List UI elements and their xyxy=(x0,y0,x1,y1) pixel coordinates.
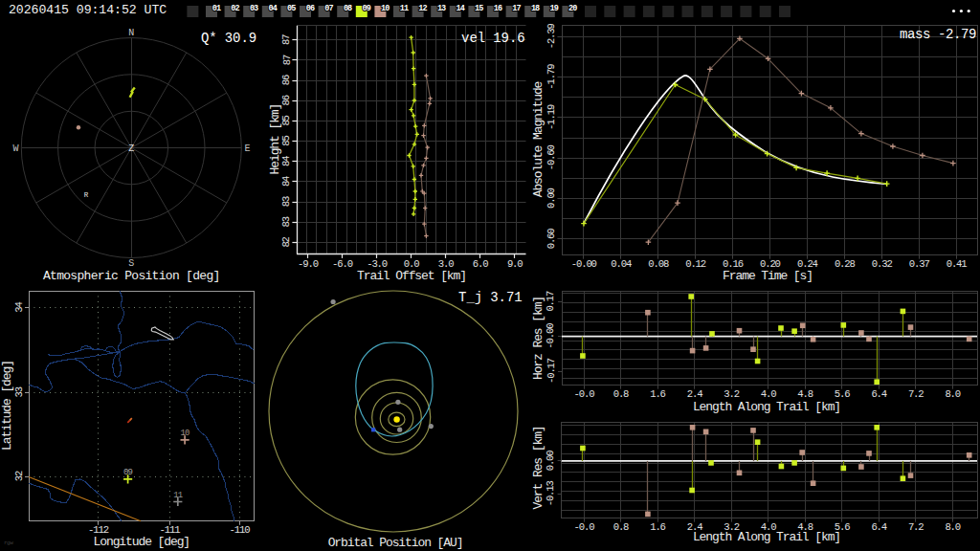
svg-text:-0.0: -0.0 xyxy=(574,388,595,400)
svg-text:6.0: 6.0 xyxy=(473,258,488,270)
svg-text:-6.0: -6.0 xyxy=(332,258,353,270)
svg-text:-0.60: -0.60 xyxy=(546,144,558,170)
svg-text:0.04: 0.04 xyxy=(611,258,632,270)
svg-text:19: 19 xyxy=(549,4,558,13)
svg-text:7.2: 7.2 xyxy=(908,521,924,533)
svg-text:84: 84 xyxy=(281,156,293,166)
svg-text:-0.00: -0.00 xyxy=(571,258,597,270)
svg-text:3.0: 3.0 xyxy=(438,258,454,270)
svg-text:W: W xyxy=(12,143,18,154)
svg-text:09: 09 xyxy=(362,4,370,13)
svg-text:0.8: 0.8 xyxy=(613,521,629,533)
svg-text:0.60: 0.60 xyxy=(546,229,558,250)
svg-text:10: 10 xyxy=(381,4,390,13)
svg-text:6.4: 6.4 xyxy=(871,521,886,533)
svg-text:9.0: 9.0 xyxy=(507,258,523,270)
svg-text:86: 86 xyxy=(281,75,293,85)
svg-text:-0.13: -0.13 xyxy=(546,480,557,506)
svg-text:18: 18 xyxy=(531,4,540,13)
svg-text:06: 06 xyxy=(306,4,315,13)
svg-text:Absolute Magnitude: Absolute Magnitude xyxy=(531,81,546,197)
svg-text:0.8: 0.8 xyxy=(613,388,629,400)
svg-text:0.00: 0.00 xyxy=(546,187,558,209)
svg-text:0.00: 0.00 xyxy=(546,451,557,472)
svg-text:Frame Time [s]: Frame Time [s] xyxy=(723,269,813,283)
svg-text:0.12: 0.12 xyxy=(685,258,706,270)
svg-text:R: R xyxy=(84,191,89,199)
svg-text:6.4: 6.4 xyxy=(871,388,886,400)
svg-text:87: 87 xyxy=(281,55,293,65)
svg-text:Trail Offset [km]: Trail Offset [km] xyxy=(357,269,466,283)
svg-text:-9.0: -9.0 xyxy=(298,258,319,270)
svg-text:14: 14 xyxy=(456,4,464,13)
svg-text:Length Along Trail [km]: Length Along Trail [km] xyxy=(693,530,840,544)
svg-text:4.0: 4.0 xyxy=(761,388,776,400)
svg-text:rgw: rgw xyxy=(4,540,13,546)
svg-text:15: 15 xyxy=(475,4,483,13)
svg-text:20260415 09:14:52 UTC: 20260415 09:14:52 UTC xyxy=(9,3,167,17)
svg-text:7.2: 7.2 xyxy=(908,388,924,400)
svg-text:Atmospheric Position [deg]: Atmospheric Position [deg] xyxy=(43,269,220,283)
svg-text:34: 34 xyxy=(13,302,25,313)
svg-text:0.0: 0.0 xyxy=(404,258,419,270)
svg-text:-110: -110 xyxy=(230,524,251,536)
svg-text:-3.0: -3.0 xyxy=(367,258,388,270)
svg-text:Height [km]: Height [km] xyxy=(268,104,282,175)
svg-text:86: 86 xyxy=(281,95,293,105)
svg-text:8.0: 8.0 xyxy=(945,521,960,533)
svg-text:Q* 30.9: Q* 30.9 xyxy=(201,31,256,46)
svg-text:04: 04 xyxy=(268,4,277,13)
svg-text:Orbital Position [AU]: Orbital Position [AU] xyxy=(328,536,463,550)
svg-text:S: S xyxy=(128,258,134,269)
svg-text:-0.00: -0.00 xyxy=(546,323,557,349)
svg-text:Horz Res [km]: Horz Res [km] xyxy=(531,297,546,380)
svg-text:32: 32 xyxy=(13,471,25,481)
svg-text:08: 08 xyxy=(344,4,352,13)
svg-text:1.6: 1.6 xyxy=(650,388,665,400)
svg-text:05: 05 xyxy=(287,4,296,13)
svg-text:11: 11 xyxy=(173,491,183,500)
svg-text:vel 19.6: vel 19.6 xyxy=(461,31,524,46)
svg-text:N: N xyxy=(128,28,134,38)
svg-text:01: 01 xyxy=(212,4,221,13)
svg-text:82: 82 xyxy=(281,236,293,247)
svg-text:0.08: 0.08 xyxy=(648,258,669,270)
svg-text:-1.19: -1.19 xyxy=(546,104,558,130)
svg-text:5.6: 5.6 xyxy=(835,388,850,400)
svg-text:Longitude [deg]: Longitude [deg] xyxy=(94,535,190,549)
svg-text:-1.79: -1.79 xyxy=(546,64,558,90)
svg-text:85: 85 xyxy=(281,115,293,125)
svg-text:2.4: 2.4 xyxy=(687,388,702,400)
svg-text:1.6: 1.6 xyxy=(650,521,665,533)
svg-text:11: 11 xyxy=(400,4,409,13)
svg-text:03: 03 xyxy=(250,4,258,13)
svg-text:84: 84 xyxy=(281,176,293,187)
svg-text:02: 02 xyxy=(231,4,239,13)
svg-text:33: 33 xyxy=(13,386,25,397)
svg-text:16: 16 xyxy=(494,4,502,13)
svg-text:83: 83 xyxy=(281,216,293,227)
svg-text:17: 17 xyxy=(512,4,521,13)
svg-text:4.8: 4.8 xyxy=(797,388,813,400)
svg-text:83: 83 xyxy=(281,196,293,207)
svg-text:0.32: 0.32 xyxy=(872,258,893,270)
svg-text:0.17: 0.17 xyxy=(546,291,557,312)
svg-text:12: 12 xyxy=(418,4,427,13)
svg-text:Z: Z xyxy=(128,143,134,154)
svg-text:10: 10 xyxy=(180,429,189,438)
svg-text:Latitude [deg]: Latitude [deg] xyxy=(0,361,14,451)
svg-text:-0.17: -0.17 xyxy=(546,358,557,384)
svg-text:07: 07 xyxy=(324,4,333,13)
svg-text:0.37: 0.37 xyxy=(909,258,930,270)
svg-text:T_j 3.71: T_j 3.71 xyxy=(458,290,522,305)
svg-text:mass -2.79: mass -2.79 xyxy=(900,27,976,42)
svg-text:-2.39: -2.39 xyxy=(546,23,558,49)
svg-text:0.28: 0.28 xyxy=(835,258,856,270)
svg-text:13: 13 xyxy=(437,4,446,13)
svg-text:3.2: 3.2 xyxy=(724,388,739,400)
svg-text:8.0: 8.0 xyxy=(945,388,960,400)
svg-text:87: 87 xyxy=(281,34,293,45)
svg-text:E: E xyxy=(244,143,250,154)
svg-text:Vert Res [km]: Vert Res [km] xyxy=(531,426,546,509)
svg-text:-0.0: -0.0 xyxy=(574,521,595,533)
